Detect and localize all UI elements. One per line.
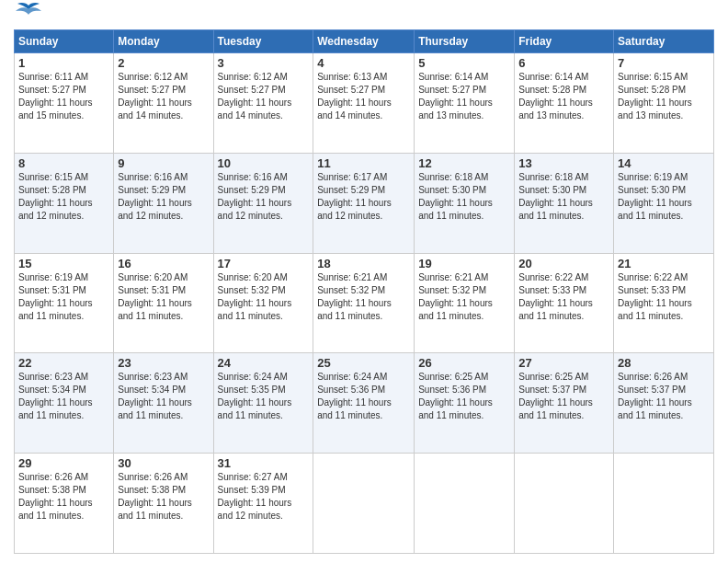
day-cell — [415, 454, 515, 554]
day-cell: 18 Sunrise: 6:21 AM Sunset: 5:32 PM Dayl… — [313, 253, 415, 353]
day-cell: 21 Sunrise: 6:22 AM Sunset: 5:33 PM Dayl… — [614, 253, 714, 353]
day-number: 6 — [518, 56, 609, 70]
day-cell — [614, 454, 714, 554]
page: SundayMondayTuesdayWednesdayThursdayFrid… — [0, 0, 728, 563]
day-info: Sunrise: 6:20 AM Sunset: 5:32 PM Dayligh… — [218, 271, 310, 323]
day-cell — [313, 454, 415, 554]
week-row-4: 22 Sunrise: 6:23 AM Sunset: 5:34 PM Dayl… — [15, 353, 714, 454]
day-info: Sunrise: 6:27 AM Sunset: 5:39 PM Dayligh… — [218, 471, 310, 523]
day-number: 13 — [518, 156, 609, 170]
weekday-header-friday: Friday — [515, 30, 614, 53]
day-number: 26 — [418, 356, 510, 370]
day-number: 4 — [317, 56, 410, 70]
day-number: 15 — [18, 257, 109, 270]
day-cell: 15 Sunrise: 6:19 AM Sunset: 5:31 PM Dayl… — [15, 253, 114, 353]
week-row-1: 1 Sunrise: 6:11 AM Sunset: 5:27 PM Dayli… — [15, 53, 714, 154]
day-number: 29 — [18, 456, 109, 470]
week-row-5: 29 Sunrise: 6:26 AM Sunset: 5:38 PM Dayl… — [15, 454, 714, 554]
day-number: 5 — [418, 56, 510, 70]
day-cell: 8 Sunrise: 6:15 AM Sunset: 5:28 PM Dayli… — [15, 153, 114, 253]
day-info: Sunrise: 6:26 AM Sunset: 5:38 PM Dayligh… — [118, 471, 209, 523]
day-number: 23 — [118, 356, 209, 370]
day-number: 17 — [218, 257, 310, 270]
day-number: 28 — [618, 356, 710, 370]
day-number: 14 — [618, 156, 710, 170]
day-info: Sunrise: 6:26 AM Sunset: 5:37 PM Dayligh… — [618, 371, 710, 422]
day-cell: 17 Sunrise: 6:20 AM Sunset: 5:32 PM Dayl… — [213, 253, 313, 353]
day-cell: 11 Sunrise: 6:17 AM Sunset: 5:29 PM Dayl… — [313, 153, 415, 253]
weekday-header-row: SundayMondayTuesdayWednesdayThursdayFrid… — [15, 30, 714, 53]
day-cell: 31 Sunrise: 6:27 AM Sunset: 5:39 PM Dayl… — [213, 454, 313, 554]
day-number: 21 — [618, 257, 710, 270]
day-info: Sunrise: 6:25 AM Sunset: 5:37 PM Dayligh… — [518, 371, 609, 422]
day-cell: 13 Sunrise: 6:18 AM Sunset: 5:30 PM Dayl… — [515, 153, 614, 253]
day-cell — [515, 454, 614, 554]
day-cell: 25 Sunrise: 6:24 AM Sunset: 5:36 PM Dayl… — [313, 353, 415, 454]
day-info: Sunrise: 6:20 AM Sunset: 5:31 PM Dayligh… — [118, 271, 209, 323]
day-number: 19 — [418, 257, 510, 270]
day-info: Sunrise: 6:16 AM Sunset: 5:29 PM Dayligh… — [218, 171, 310, 223]
day-number: 18 — [317, 257, 410, 270]
day-cell: 1 Sunrise: 6:11 AM Sunset: 5:27 PM Dayli… — [15, 53, 114, 154]
day-cell: 22 Sunrise: 6:23 AM Sunset: 5:34 PM Dayl… — [15, 353, 114, 454]
week-row-3: 15 Sunrise: 6:19 AM Sunset: 5:31 PM Dayl… — [15, 253, 714, 353]
day-number: 9 — [118, 156, 209, 170]
weekday-header-monday: Monday — [114, 30, 213, 53]
day-cell: 26 Sunrise: 6:25 AM Sunset: 5:36 PM Dayl… — [415, 353, 515, 454]
day-cell: 2 Sunrise: 6:12 AM Sunset: 5:27 PM Dayli… — [114, 53, 213, 154]
day-number: 20 — [518, 257, 609, 270]
day-number: 11 — [317, 156, 410, 170]
weekday-header-saturday: Saturday — [614, 30, 714, 53]
day-cell: 23 Sunrise: 6:23 AM Sunset: 5:34 PM Dayl… — [114, 353, 213, 454]
day-number: 3 — [218, 56, 310, 70]
day-cell: 6 Sunrise: 6:14 AM Sunset: 5:28 PM Dayli… — [515, 53, 614, 154]
day-info: Sunrise: 6:12 AM Sunset: 5:27 PM Dayligh… — [118, 71, 209, 122]
day-cell: 5 Sunrise: 6:14 AM Sunset: 5:27 PM Dayli… — [415, 53, 515, 154]
day-info: Sunrise: 6:24 AM Sunset: 5:36 PM Dayligh… — [317, 371, 410, 422]
day-info: Sunrise: 6:11 AM Sunset: 5:27 PM Dayligh… — [18, 71, 109, 122]
day-cell: 20 Sunrise: 6:22 AM Sunset: 5:33 PM Dayl… — [515, 253, 614, 353]
week-row-2: 8 Sunrise: 6:15 AM Sunset: 5:28 PM Dayli… — [15, 153, 714, 253]
logo-bird-icon — [16, 2, 41, 22]
weekday-header-sunday: Sunday — [15, 30, 114, 53]
day-info: Sunrise: 6:22 AM Sunset: 5:33 PM Dayligh… — [518, 271, 609, 323]
day-info: Sunrise: 6:15 AM Sunset: 5:28 PM Dayligh… — [18, 171, 109, 223]
day-info: Sunrise: 6:22 AM Sunset: 5:33 PM Dayligh… — [618, 271, 710, 323]
day-info: Sunrise: 6:15 AM Sunset: 5:28 PM Dayligh… — [618, 71, 710, 122]
day-cell: 7 Sunrise: 6:15 AM Sunset: 5:28 PM Dayli… — [614, 53, 714, 154]
day-info: Sunrise: 6:26 AM Sunset: 5:38 PM Dayligh… — [18, 471, 109, 523]
weekday-header-wednesday: Wednesday — [313, 30, 415, 53]
day-number: 1 — [18, 56, 109, 70]
day-info: Sunrise: 6:18 AM Sunset: 5:30 PM Dayligh… — [518, 171, 609, 223]
day-cell: 14 Sunrise: 6:19 AM Sunset: 5:30 PM Dayl… — [614, 153, 714, 253]
day-info: Sunrise: 6:18 AM Sunset: 5:30 PM Dayligh… — [418, 171, 510, 223]
day-cell: 4 Sunrise: 6:13 AM Sunset: 5:27 PM Dayli… — [313, 53, 415, 154]
day-number: 31 — [218, 456, 310, 470]
day-number: 10 — [218, 156, 310, 170]
day-info: Sunrise: 6:19 AM Sunset: 5:31 PM Dayligh… — [18, 271, 109, 323]
day-number: 25 — [317, 356, 410, 370]
header — [14, 9, 714, 22]
day-info: Sunrise: 6:25 AM Sunset: 5:36 PM Dayligh… — [418, 371, 510, 422]
day-info: Sunrise: 6:21 AM Sunset: 5:32 PM Dayligh… — [317, 271, 410, 323]
day-info: Sunrise: 6:24 AM Sunset: 5:35 PM Dayligh… — [218, 371, 310, 422]
day-number: 24 — [218, 356, 310, 370]
day-number: 8 — [18, 156, 109, 170]
day-info: Sunrise: 6:16 AM Sunset: 5:29 PM Dayligh… — [118, 171, 209, 223]
day-info: Sunrise: 6:12 AM Sunset: 5:27 PM Dayligh… — [218, 71, 310, 122]
day-cell: 24 Sunrise: 6:24 AM Sunset: 5:35 PM Dayl… — [213, 353, 313, 454]
day-info: Sunrise: 6:13 AM Sunset: 5:27 PM Dayligh… — [317, 71, 410, 122]
day-number: 2 — [118, 56, 209, 70]
weekday-header-tuesday: Tuesday — [213, 30, 313, 53]
calendar-table: SundayMondayTuesdayWednesdayThursdayFrid… — [14, 29, 714, 554]
day-number: 12 — [418, 156, 510, 170]
weekday-header-thursday: Thursday — [415, 30, 515, 53]
day-info: Sunrise: 6:19 AM Sunset: 5:30 PM Dayligh… — [618, 171, 710, 223]
day-number: 16 — [118, 257, 209, 270]
day-cell: 10 Sunrise: 6:16 AM Sunset: 5:29 PM Dayl… — [213, 153, 313, 253]
day-cell: 9 Sunrise: 6:16 AM Sunset: 5:29 PM Dayli… — [114, 153, 213, 253]
day-info: Sunrise: 6:17 AM Sunset: 5:29 PM Dayligh… — [317, 171, 410, 223]
day-cell: 12 Sunrise: 6:18 AM Sunset: 5:30 PM Dayl… — [415, 153, 515, 253]
day-number: 22 — [18, 356, 109, 370]
day-info: Sunrise: 6:23 AM Sunset: 5:34 PM Dayligh… — [18, 371, 109, 422]
